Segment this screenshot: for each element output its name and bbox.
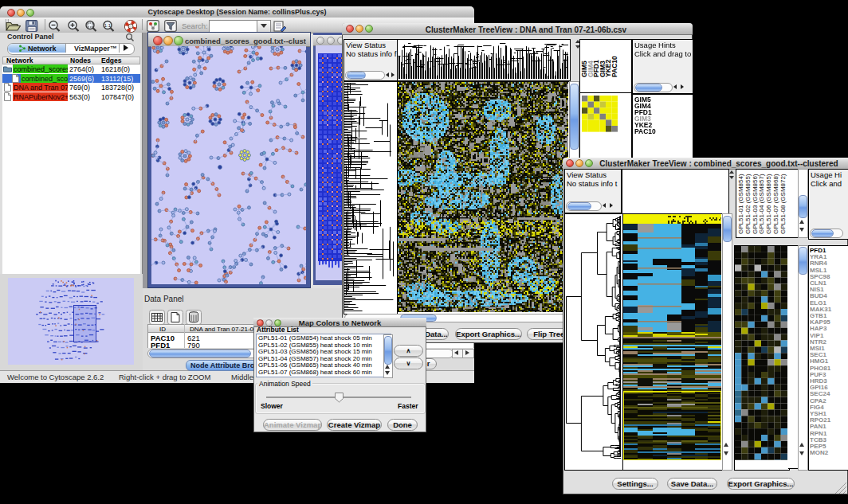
svg-text:GPL51-02 (GSM855): GPL51-02 (GSM855) xyxy=(744,174,752,234)
svg-text:PAC10: PAC10 xyxy=(610,56,618,77)
svg-text:GPL51-08 (GSM872): GPL51-08 (GSM872) xyxy=(779,174,787,234)
svg-text:GPL51-04 (GSM857): GPL51-04 (GSM857) xyxy=(758,174,765,234)
svg-text:GPL51-03 (GSM856): GPL51-03 (GSM856) xyxy=(752,174,759,234)
svg-text:GPL51-07 (GSM868): GPL51-07 (GSM868) xyxy=(772,174,779,234)
svg-text:GPL51-01 (GSM854): GPL51-01 (GSM854) xyxy=(737,174,744,234)
svg-text:GPL51-06 (GSM865): GPL51-06 (GSM865) xyxy=(765,174,772,234)
svg-text:1:1: 1:1 xyxy=(104,23,112,28)
